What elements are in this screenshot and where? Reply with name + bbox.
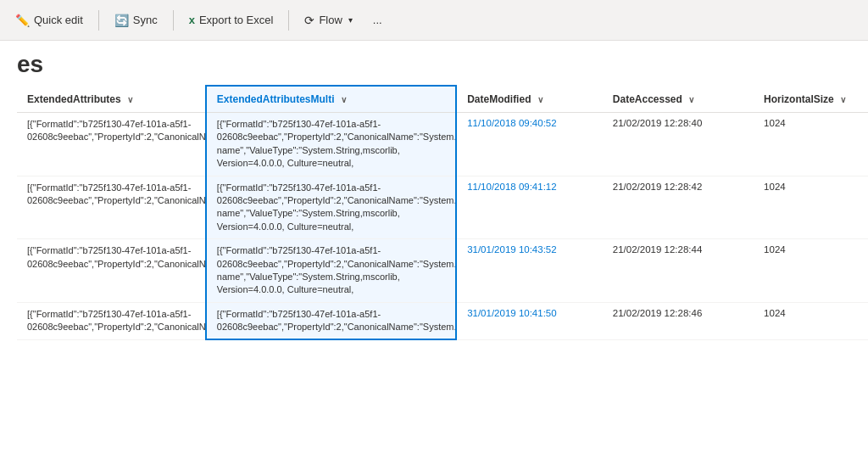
sort-icon-date-accessed: ∨ [688,95,694,104]
cell-horizontal-size: 1024 [754,113,868,176]
sort-icon-ext-attr-multi: ∨ [341,95,347,104]
col-header-date-modified[interactable]: DateModified ∨ [456,86,603,113]
data-table-wrapper[interactable]: ExtendedAttributes ∨ ExtendedAttributesM… [0,85,868,473]
export-button[interactable]: x Export to Excel [181,8,282,31]
export-label: Export to Excel [199,14,273,26]
cell-date-modified[interactable]: 11/10/2018 09:40:52 [456,113,603,176]
cell-extended-attributes-multi: [{"FormatId":"b725f130-47ef-101a-a5f1-02… [206,113,456,176]
cell-extended-attributes: [{"FormatId":"b725f130-47ef-101a-a5f1-02… [17,302,206,339]
cell-extended-attributes-multi: [{"FormatId":"b725f130-47ef-101a-a5f1-02… [206,176,456,239]
sort-icon-date-modified: ∨ [537,95,543,104]
quick-edit-button[interactable]: ✏️ Quick edit [7,8,92,32]
table-row: [{"FormatId":"b725f130-47ef-101a-a5f1-02… [17,113,868,176]
table-row: [{"FormatId":"b725f130-47ef-101a-a5f1-02… [17,176,868,239]
cell-extended-attributes-multi: [{"FormatId":"b725f130-47ef-101a-a5f1-02… [206,239,456,303]
separator-1 [98,10,99,31]
flow-chevron-icon: ▾ [348,15,353,25]
cell-date-accessed: 21/02/2019 12:28:44 [603,239,754,303]
table-header-row: ExtendedAttributes ∨ ExtendedAttributesM… [17,86,868,113]
table-row: [{"FormatId":"b725f130-47ef-101a-a5f1-02… [17,302,868,339]
sync-button[interactable]: 🔄 Sync [106,8,166,32]
flow-label: Flow [319,14,342,26]
excel-icon: x [189,14,195,26]
cell-date-modified[interactable]: 31/01/2019 10:41:50 [456,302,603,339]
separator-3 [288,10,289,31]
cell-extended-attributes: [{"FormatId":"b725f130-47ef-101a-a5f1-02… [17,113,206,176]
table-row: [{"FormatId":"b725f130-47ef-101a-a5f1-02… [17,239,868,303]
separator-2 [173,10,174,31]
col-header-extended-attributes-multi[interactable]: ExtendedAttributesMulti ∨ [206,86,456,113]
flow-button[interactable]: ⟳ Flow ▾ [296,8,360,32]
sort-icon-ext-attr: ∨ [127,95,133,104]
flow-icon: ⟳ [304,14,314,27]
cell-extended-attributes: [{"FormatId":"b725f130-47ef-101a-a5f1-02… [17,239,206,303]
col-header-extended-attributes[interactable]: ExtendedAttributes ∨ [17,86,206,113]
col-header-date-accessed[interactable]: DateAccessed ∨ [603,86,754,113]
cell-date-modified[interactable]: 31/01/2019 10:43:52 [456,239,603,303]
more-label: ... [373,14,382,26]
col-header-horizontal-size[interactable]: HorizontalSize ∨ [754,86,868,113]
page-title: es [0,41,868,85]
more-button[interactable]: ... [364,8,391,31]
cell-extended-attributes: [{"FormatId":"b725f130-47ef-101a-a5f1-02… [17,176,206,239]
cell-extended-attributes-multi: [{"FormatId":"b725f130-47ef-101a-a5f1-02… [206,302,456,339]
cell-date-accessed: 21/02/2019 12:28:46 [603,302,754,339]
cell-horizontal-size: 1024 [754,239,868,303]
table-body: [{"FormatId":"b725f130-47ef-101a-a5f1-02… [17,113,868,340]
sort-icon-horiz-size: ∨ [840,95,846,104]
cell-horizontal-size: 1024 [754,176,868,239]
quick-edit-icon: ✏️ [15,14,30,27]
cell-horizontal-size: 1024 [754,302,868,339]
cell-date-accessed: 21/02/2019 12:28:40 [603,113,754,176]
sync-icon: 🔄 [114,14,129,27]
cell-date-modified[interactable]: 11/10/2018 09:41:12 [456,176,603,239]
sync-label: Sync [133,14,158,26]
cell-date-accessed: 21/02/2019 12:28:42 [603,176,754,239]
toolbar: ✏️ Quick edit 🔄 Sync x Export to Excel ⟳… [0,0,868,41]
quick-edit-label: Quick edit [34,14,83,26]
data-table: ExtendedAttributes ∨ ExtendedAttributesM… [17,85,868,340]
